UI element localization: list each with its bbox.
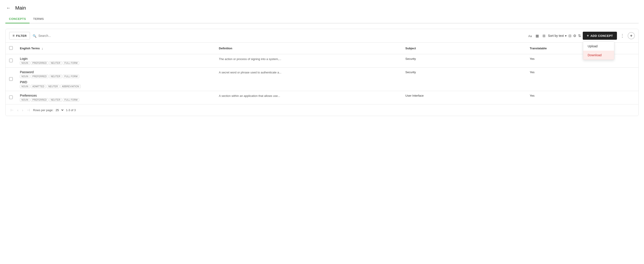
subject-text: Security: [406, 71, 416, 74]
definition-cell: A section within an application that all…: [215, 91, 402, 105]
more-icon: [620, 33, 624, 38]
add-concept-label: ADD CONCEPT: [590, 34, 613, 37]
tab-terms[interactable]: TERMS: [30, 15, 48, 23]
tag: FULL FORM: [63, 75, 79, 78]
tag: ABBREVIATION: [60, 85, 81, 88]
pagination-nav: ⊢ ‹ › ⊣: [9, 107, 31, 113]
table-header-row: English Terms Definition Subject Transla…: [6, 43, 638, 54]
filter-icon: [12, 34, 15, 38]
extra-cell: [601, 91, 638, 105]
select-all-checkbox[interactable]: [9, 46, 13, 50]
term-tags: NOUN PREFERRED NEUTER FULL FORM: [20, 61, 212, 65]
search-icon: [33, 34, 36, 38]
back-button[interactable]: [5, 4, 12, 11]
sort-label: Sort by text: [548, 34, 564, 37]
table-row: Preferences NOUN PREFERRED NEUTER FULL F…: [6, 91, 638, 105]
rows-per-page-select[interactable]: 25 50 100: [55, 108, 64, 112]
back-icon: [6, 5, 11, 10]
th-english-terms: English Terms: [16, 43, 215, 54]
tag: NOUN: [20, 75, 30, 78]
term-tags: NOUN PREFERRED NEUTER FULL FORM: [20, 98, 212, 102]
tag: PREFERRED: [31, 98, 48, 102]
toolbar-icons: [528, 33, 546, 38]
list-filter-icon[interactable]: [568, 33, 571, 38]
definition-text: The action or process of signing into a …: [219, 57, 281, 61]
tag: NOUN: [20, 85, 30, 88]
subject-text: User Interface: [406, 94, 424, 97]
gear-icon[interactable]: [573, 34, 576, 38]
definition-cell: The action or process of signing into a …: [215, 54, 402, 68]
bar-chart-icon[interactable]: [536, 33, 539, 38]
search-input[interactable]: [38, 34, 526, 37]
translatable-text: Yes: [530, 94, 534, 97]
grid-icon[interactable]: [542, 33, 546, 38]
translatable-cell: Yes: [526, 68, 601, 91]
tag: NEUTER: [49, 75, 62, 78]
tag: NOUN: [20, 98, 30, 102]
header: Main: [5, 4, 639, 11]
concepts-table: English Terms Definition Subject Transla…: [6, 43, 638, 105]
chevron-down-icon: [565, 34, 567, 37]
prev-page-button[interactable]: ‹: [16, 107, 20, 113]
row-checkbox-cell[interactable]: [6, 54, 16, 68]
term-tags: NOUN PREFERRED NEUTER FULL FORM: [20, 75, 212, 78]
term-name: Password: [20, 70, 212, 74]
definition-cell: A secret word or phrase used to authenti…: [215, 68, 402, 91]
subject-text: Security: [406, 57, 416, 60]
select-all-header[interactable]: [6, 43, 16, 54]
font-size-icon[interactable]: [528, 33, 532, 38]
page-title: Main: [15, 5, 26, 11]
subtags: NOUN ADMITTED NEUTER ABBREVIATION: [20, 85, 212, 88]
sort-order-icon[interactable]: [578, 34, 581, 38]
subject-cell: User Interface: [402, 91, 526, 105]
tabs-bar: CONCEPTS TERMS: [5, 15, 639, 23]
row-checkbox[interactable]: [9, 77, 13, 81]
definition-text: A section within an application that all…: [219, 94, 280, 98]
term-cell: Login NOUN PREFERRED NEUTER FULL FORM: [16, 54, 215, 68]
filter-button[interactable]: FILTER: [9, 32, 30, 39]
english-terms-label: English Terms: [20, 47, 40, 50]
tag: PREFERRED: [31, 75, 48, 78]
first-page-button[interactable]: ⊢: [9, 107, 15, 113]
toolbar: FILTER Sort by text: [6, 29, 638, 43]
next-page-button[interactable]: ›: [20, 107, 24, 113]
download-menu-item[interactable]: Download: [583, 51, 614, 60]
rows-per-page: Rows per page: 25 50 100: [33, 108, 64, 112]
subterm-name: PWD: [20, 80, 212, 84]
row-checkbox[interactable]: [9, 59, 13, 62]
rows-per-page-label: Rows per page:: [33, 109, 54, 112]
translatable-text: Yes: [530, 71, 534, 74]
add-column-button[interactable]: [628, 32, 635, 39]
table-row: Login NOUN PREFERRED NEUTER FULL FORM Th…: [6, 54, 638, 68]
sort-down-icon: [41, 47, 43, 50]
upload-menu-item[interactable]: Upload: [583, 42, 614, 51]
row-checkbox-cell[interactable]: [6, 68, 16, 91]
tag: FULL FORM: [63, 61, 79, 65]
tag: NEUTER: [49, 61, 62, 65]
tab-concepts[interactable]: CONCEPTS: [5, 15, 30, 23]
tag: NEUTER: [47, 85, 60, 88]
term-name: Login: [20, 57, 212, 60]
plus-circle-icon: [630, 33, 632, 38]
tag: NOUN: [20, 61, 30, 65]
sort-button[interactable]: Sort by text: [548, 34, 567, 37]
subject-cell: Security: [402, 68, 526, 91]
toolbar-right: Sort by text ADD CONCEPT: [548, 32, 635, 40]
main-card: FILTER Sort by text: [5, 29, 639, 116]
table-row: Password NOUN PREFERRED NEUTER FULL FORM…: [6, 68, 638, 91]
tag: FULL FORM: [63, 98, 79, 102]
plus-icon: [587, 34, 589, 38]
page-info: 1-3 of 3: [66, 109, 76, 112]
translatable-text: Yes: [530, 57, 534, 60]
last-page-button[interactable]: ⊣: [26, 107, 31, 113]
tag: NEUTER: [49, 98, 62, 102]
subject-cell: Security: [402, 54, 526, 68]
more-options-button[interactable]: [619, 32, 626, 39]
table-footer: ⊢ ‹ › ⊣ Rows per page: 25 50 100 1-3 of …: [6, 105, 638, 116]
row-checkbox-cell[interactable]: [6, 91, 16, 105]
definition-text: A secret word or phrase used to authenti…: [219, 71, 282, 74]
th-definition: Definition: [215, 43, 402, 54]
th-subject: Subject: [402, 43, 526, 54]
add-concept-button[interactable]: ADD CONCEPT: [583, 32, 617, 40]
row-checkbox[interactable]: [9, 96, 13, 99]
